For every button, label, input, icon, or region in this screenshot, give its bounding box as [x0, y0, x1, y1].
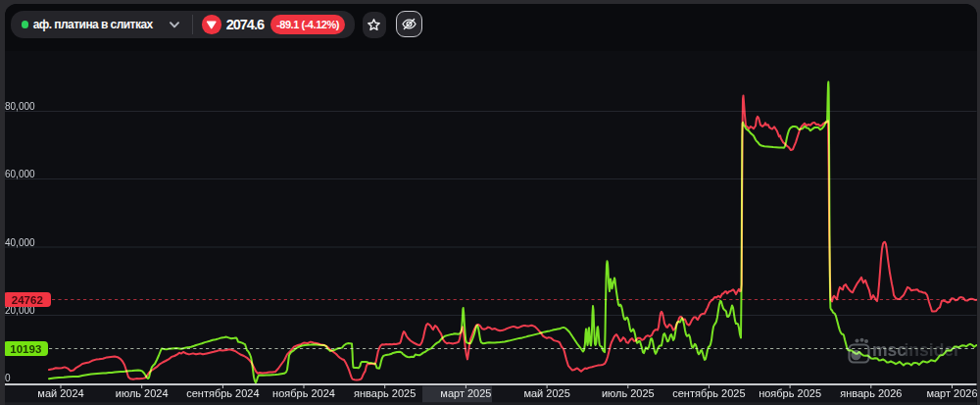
- svg-text:40,000: 40,000: [5, 237, 35, 248]
- svg-text:ноябрь 2025: ноябрь 2025: [759, 387, 821, 399]
- svg-text:10193: 10193: [10, 343, 41, 355]
- svg-text:60,000: 60,000: [5, 169, 35, 179]
- svg-text:май 2024: май 2024: [37, 387, 83, 399]
- svg-text:июль 2025: июль 2025: [602, 387, 655, 399]
- svg-text:сентябрь 2025: сентябрь 2025: [672, 387, 745, 399]
- svg-text:январь 2025: январь 2025: [354, 387, 416, 399]
- svg-text:март 2026: март 2026: [926, 387, 976, 399]
- svg-text:январь 2026: январь 2026: [840, 387, 902, 399]
- svg-text:msc: msc: [872, 340, 906, 360]
- svg-text:24762: 24762: [12, 294, 43, 306]
- svg-text:сентябрь 2024: сентябрь 2024: [186, 387, 259, 399]
- svg-text:0: 0: [5, 373, 11, 383]
- svg-text:май 2025: май 2025: [523, 387, 569, 399]
- svg-text:июль 2024: июль 2024: [116, 387, 169, 399]
- svg-text:80,000: 80,000: [5, 101, 35, 112]
- svg-text:ноябрь 2024: ноябрь 2024: [272, 387, 335, 399]
- svg-text:март 2025: март 2025: [440, 387, 491, 399]
